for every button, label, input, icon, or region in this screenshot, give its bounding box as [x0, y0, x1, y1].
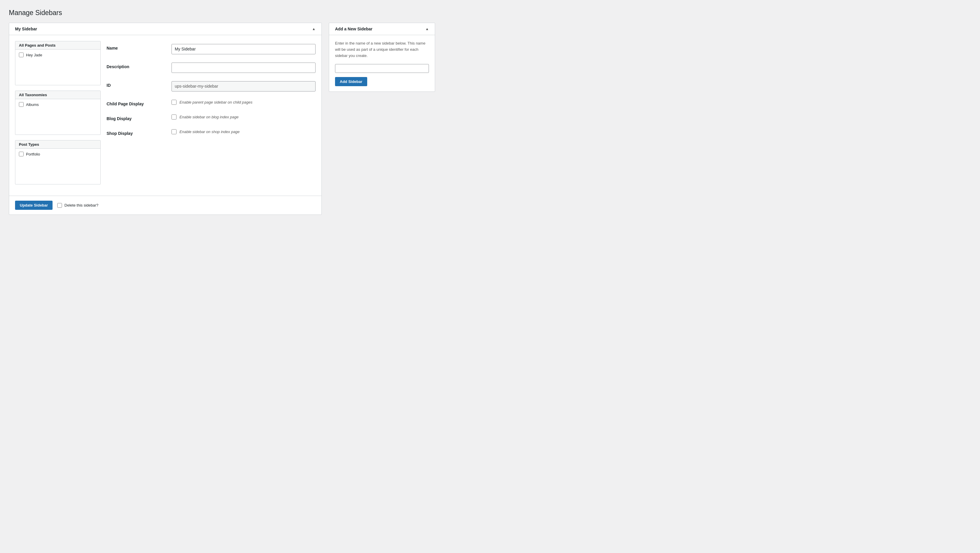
page-layout: My Sidebar ▲ All Pages and Posts Hey Jad…	[9, 23, 971, 215]
delete-sidebar-checkbox[interactable]	[57, 203, 62, 208]
post-types-body: Portfolio	[15, 149, 100, 184]
side-panel-body: Enter in the name of a new sidebar below…	[329, 35, 435, 92]
child-page-row: Child Page Display Enable parent page si…	[107, 100, 315, 106]
blog-display-option-text: Enable sidebar on blog index page	[180, 115, 239, 119]
side-panel-title: Add a New Sidebar	[335, 27, 372, 31]
albums-checkbox[interactable]	[19, 102, 24, 107]
child-page-field: Enable parent page sidebar on child page…	[172, 100, 315, 105]
blog-display-field: Enable sidebar on blog index page	[172, 114, 315, 119]
child-page-checkbox[interactable]	[172, 100, 177, 105]
blog-display-checkbox[interactable]	[172, 114, 177, 119]
post-types-section: Post Types Portfolio	[15, 140, 101, 184]
new-sidebar-name-input[interactable]	[335, 64, 429, 73]
panel-body: All Pages and Posts Hey Jade All Taxonom…	[9, 35, 321, 195]
shop-display-option: Enable sidebar on shop index page	[172, 129, 315, 134]
side-panel-collapse-icon[interactable]: ▲	[425, 27, 429, 31]
name-input[interactable]	[172, 44, 315, 54]
main-panel-header: My Sidebar ▲	[9, 23, 321, 35]
description-label: Description	[107, 62, 165, 69]
description-field-wrapper	[172, 62, 315, 73]
description-row: Description	[107, 62, 315, 73]
all-taxonomies-body: Albums	[15, 99, 100, 135]
all-pages-header: All Pages and Posts	[15, 41, 100, 49]
name-row: Name	[107, 44, 315, 54]
name-field-wrapper	[172, 44, 315, 54]
page-title: Manage Sidebars	[9, 9, 971, 17]
blog-display-option: Enable sidebar on blog index page	[172, 114, 315, 119]
all-taxonomies-header: All Taxonomies	[15, 91, 100, 99]
list-item: Albums	[19, 102, 97, 107]
shop-display-row: Shop Display Enable sidebar on shop inde…	[107, 129, 315, 136]
hey-jade-label[interactable]: Hey Jade	[26, 53, 42, 57]
blog-display-label: Blog Display	[107, 114, 165, 121]
side-panel-description: Enter in the name of a new sidebar below…	[335, 40, 429, 59]
delete-label[interactable]: Delete this sidebar?	[64, 203, 98, 207]
id-input[interactable]	[172, 81, 315, 92]
all-pages-section: All Pages and Posts Hey Jade	[15, 41, 101, 85]
child-page-option: Enable parent page sidebar on child page…	[172, 100, 315, 105]
delete-row: Delete this sidebar?	[57, 203, 98, 208]
description-input[interactable]	[172, 62, 315, 73]
list-item: Hey Jade	[19, 52, 97, 57]
portfolio-label[interactable]: Portfolio	[26, 152, 40, 156]
main-panel-collapse-icon[interactable]: ▲	[312, 27, 315, 31]
right-column: Name Description ID	[107, 41, 315, 190]
shop-display-checkbox[interactable]	[172, 129, 177, 134]
main-panel: My Sidebar ▲ All Pages and Posts Hey Jad…	[9, 23, 322, 215]
albums-label[interactable]: Albums	[26, 102, 39, 107]
add-sidebar-button[interactable]: Add Sidebar	[335, 77, 367, 86]
id-field-wrapper	[172, 81, 315, 92]
side-panel: Add a New Sidebar ▲ Enter in the name of…	[329, 23, 435, 92]
shop-display-field: Enable sidebar on shop index page	[172, 129, 315, 134]
all-pages-body: Hey Jade	[15, 49, 100, 85]
id-label: ID	[107, 81, 165, 87]
id-row: ID	[107, 81, 315, 92]
panel-footer: Update Sidebar Delete this sidebar?	[9, 195, 321, 215]
side-panel-header: Add a New Sidebar ▲	[329, 23, 435, 35]
name-label: Name	[107, 44, 165, 51]
all-taxonomies-section: All Taxonomies Albums	[15, 91, 101, 135]
child-page-option-text: Enable parent page sidebar on child page…	[180, 100, 252, 105]
main-panel-title: My Sidebar	[15, 27, 37, 31]
update-sidebar-button[interactable]: Update Sidebar	[15, 201, 52, 210]
child-page-label: Child Page Display	[107, 100, 165, 106]
blog-display-row: Blog Display Enable sidebar on blog inde…	[107, 114, 315, 121]
post-types-header: Post Types	[15, 140, 100, 149]
portfolio-checkbox[interactable]	[19, 152, 24, 156]
hey-jade-checkbox[interactable]	[19, 52, 24, 57]
shop-display-label: Shop Display	[107, 129, 165, 136]
shop-display-option-text: Enable sidebar on shop index page	[180, 130, 240, 134]
left-column: All Pages and Posts Hey Jade All Taxonom…	[15, 41, 101, 190]
list-item: Portfolio	[19, 152, 97, 156]
